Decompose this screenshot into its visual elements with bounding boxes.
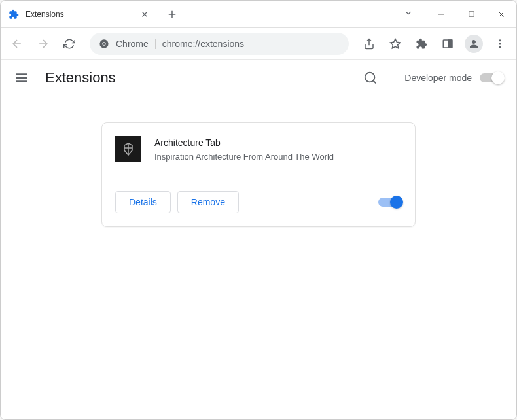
extension-enable-toggle[interactable] [378,198,402,207]
titlebar: Extensions [1,1,516,28]
extension-description: Inspiration Architecture From Around The… [154,152,402,162]
close-window-button[interactable] [486,1,516,28]
close-icon[interactable] [139,9,150,20]
svg-marker-4 [391,39,401,48]
svg-rect-0 [469,12,473,16]
extension-card: Architecture Tab Inspiration Architectur… [101,122,416,227]
minimize-button[interactable] [426,1,456,28]
page-header: Extensions Developer mode [1,60,516,96]
page-content: Extensions Developer mode Architecture T… [1,60,516,419]
page-title: Extensions [45,69,116,86]
back-button[interactable] [6,33,28,55]
extensions-icon[interactable] [410,33,433,55]
share-icon[interactable] [358,33,380,55]
extension-icon [115,136,141,162]
chevron-down-icon[interactable] [391,9,426,20]
svg-point-9 [499,43,501,44]
address-prefix: Chrome [116,39,149,49]
tab-title: Extensions [26,10,133,19]
address-url: chrome://extensions [162,39,244,49]
svg-line-15 [374,80,376,83]
search-icon[interactable] [363,70,378,86]
chrome-icon [99,39,109,49]
developer-mode-label: Developer mode [404,73,472,83]
svg-point-14 [365,73,375,82]
maximize-button[interactable] [456,1,486,28]
toolbar: Chrome chrome://extensions [1,28,516,60]
svg-point-8 [499,39,501,41]
puzzle-icon [9,9,19,20]
extension-name: Architecture Tab [154,137,402,148]
remove-button[interactable]: Remove [177,191,239,213]
address-bar[interactable]: Chrome chrome://extensions [90,33,349,55]
new-tab-button[interactable] [163,1,181,27]
star-icon[interactable] [384,33,406,55]
svg-rect-7 [449,40,452,48]
svg-point-10 [499,46,501,48]
developer-mode: Developer mode [404,73,503,83]
person-icon [465,35,483,53]
forward-button[interactable] [32,33,54,55]
browser-tab[interactable]: Extensions [1,1,158,27]
details-button[interactable]: Details [115,191,171,213]
developer-mode-toggle[interactable] [480,73,503,82]
sidepanel-icon[interactable] [437,33,459,55]
reload-button[interactable] [58,33,80,55]
profile-button[interactable] [463,33,485,55]
menu-icon[interactable] [489,33,511,55]
hamburger-icon[interactable] [14,70,29,86]
extensions-list: Architecture Tab Inspiration Architectur… [1,96,516,227]
browser-window: Extensions [0,0,517,420]
svg-point-3 [103,43,105,45]
window-controls [391,1,516,27]
